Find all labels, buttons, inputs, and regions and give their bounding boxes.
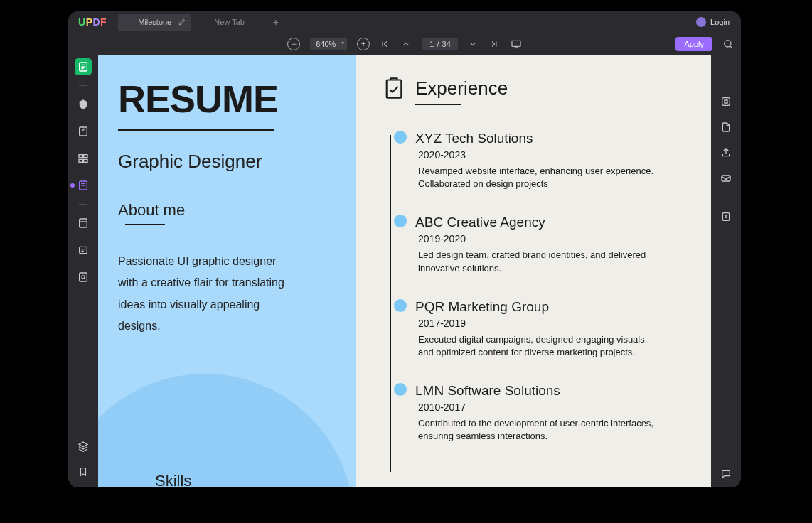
- company-dates: 2010-2017: [418, 401, 690, 413]
- document-page: RESUME Graphic Designer About me Passion…: [98, 55, 711, 487]
- login-area[interactable]: Login: [696, 17, 737, 27]
- experience-underline: [415, 104, 461, 105]
- page-total: 34: [442, 40, 451, 48]
- logo-p: P: [86, 16, 93, 28]
- experience-header: Experience: [384, 77, 690, 99]
- zoom-value: 640%: [316, 40, 336, 48]
- edit-tool-icon[interactable]: [75, 123, 92, 140]
- resume-title: RESUME: [118, 77, 336, 121]
- svg-rect-4: [79, 155, 82, 158]
- svg-rect-6: [79, 159, 82, 162]
- logo-d: D: [92, 16, 100, 28]
- about-text: Passionate UI graphic designer with a cr…: [118, 251, 289, 338]
- tab-milestone[interactable]: Milestone: [118, 14, 191, 31]
- toolbar: − 640% + 1 / 34 Apply: [68, 33, 741, 55]
- company-desc: Led design team, crafted brand identitie…: [418, 249, 660, 274]
- timeline-item: LMN Software Solutions 2010-2017 Contrib…: [398, 383, 690, 443]
- zoom-out-button[interactable]: −: [287, 38, 300, 50]
- company-dates: 2020-2023: [418, 149, 690, 161]
- resume-subtitle: Graphic Designer: [118, 151, 336, 173]
- app-window: U P D F Milestone New Tab + Login − 640%: [68, 11, 741, 487]
- zoom-select[interactable]: 640%: [310, 38, 347, 50]
- tab-new-label: New Tab: [214, 18, 245, 26]
- title-underline: [118, 129, 274, 131]
- svg-rect-16: [722, 213, 729, 221]
- print-icon[interactable]: [720, 210, 732, 223]
- form-tool-icon[interactable]: [75, 242, 92, 259]
- login-label: Login: [710, 18, 730, 26]
- timeline-item: PQR Marketing Group 2017-2019 Executed d…: [398, 299, 690, 359]
- apply-label: Apply: [684, 40, 704, 48]
- document-viewport[interactable]: RESUME Graphic Designer About me Passion…: [98, 55, 711, 487]
- crop-tool-icon[interactable]: [75, 215, 92, 232]
- company-desc: Executed digital campaigns, designed eng…: [418, 333, 660, 359]
- svg-rect-3: [80, 127, 87, 136]
- logo-f: F: [100, 16, 107, 28]
- svg-rect-10: [80, 247, 87, 253]
- resume-left-panel: RESUME Graphic Designer About me Passion…: [98, 55, 356, 487]
- sidebar-divider: [79, 85, 87, 86]
- search-icon[interactable]: [722, 38, 734, 50]
- company-desc: Revamped website interface, enhancing us…: [418, 165, 660, 190]
- experience-timeline: XYZ Tech Solutions 2020-2023 Revamped we…: [384, 131, 690, 443]
- tab-bar: Milestone New Tab +: [118, 14, 696, 31]
- decorative-circle: [98, 374, 354, 487]
- svg-rect-15: [722, 176, 730, 181]
- company-name: XYZ Tech Solutions: [415, 131, 690, 146]
- skills-heading: Skills: [155, 472, 191, 487]
- zoom-in-button[interactable]: +: [357, 38, 370, 50]
- apply-button[interactable]: Apply: [675, 37, 712, 51]
- next-page-button[interactable]: [468, 39, 479, 49]
- svg-rect-7: [84, 159, 87, 162]
- add-tab-button[interactable]: +: [267, 14, 284, 31]
- company-dates: 2019-2020: [418, 233, 690, 244]
- convert-icon[interactable]: [720, 121, 732, 134]
- company-dates: 2017-2019: [418, 318, 690, 329]
- page-indicator[interactable]: 1 / 34: [422, 38, 457, 50]
- svg-point-12: [82, 276, 85, 279]
- email-icon[interactable]: [720, 172, 732, 185]
- svg-rect-13: [387, 80, 402, 98]
- presentation-icon[interactable]: [511, 38, 522, 50]
- left-sidebar: [68, 55, 98, 487]
- first-page-button[interactable]: [380, 39, 391, 49]
- ocr-icon[interactable]: [720, 95, 732, 108]
- avatar-icon: [696, 17, 706, 27]
- body-area: RESUME Graphic Designer About me Passion…: [68, 55, 741, 487]
- timeline-item: XYZ Tech Solutions 2020-2023 Revamped we…: [398, 131, 690, 190]
- page-tool-icon[interactable]: [75, 150, 92, 167]
- page-current: 1: [429, 40, 434, 48]
- svg-rect-0: [512, 41, 520, 46]
- resume-right-panel: Experience XYZ Tech Solutions 2020-2023 …: [356, 55, 711, 487]
- bookmark-icon[interactable]: [75, 463, 92, 480]
- layers-icon[interactable]: [75, 438, 92, 455]
- company-name: LMN Software Solutions: [415, 383, 690, 399]
- reader-tool-icon[interactable]: [75, 58, 92, 75]
- clipboard-icon: [384, 77, 404, 99]
- sidebar-divider: [79, 204, 87, 205]
- tab-label: Milestone: [138, 18, 171, 26]
- page-sep: /: [437, 40, 439, 48]
- comment-tool-icon[interactable]: [75, 96, 92, 113]
- company-desc: Contributed to the development of user-c…: [418, 417, 660, 443]
- svg-rect-9: [80, 219, 87, 227]
- svg-point-1: [725, 41, 731, 47]
- share-icon[interactable]: [720, 146, 732, 159]
- prev-page-button[interactable]: [401, 39, 412, 49]
- protect-tool-icon[interactable]: [75, 269, 92, 286]
- pencil-icon[interactable]: [178, 18, 186, 26]
- tab-new[interactable]: New Tab: [194, 14, 265, 31]
- app-logo: U P D F: [73, 16, 112, 28]
- company-name: PQR Marketing Group: [415, 299, 690, 315]
- company-name: ABC Creative Agency: [415, 215, 690, 230]
- logo-u: U: [78, 16, 86, 28]
- right-sidebar: [711, 55, 741, 487]
- svg-point-17: [725, 216, 727, 218]
- timeline-item: ABC Creative Agency 2019-2020 Led design…: [398, 215, 690, 274]
- svg-rect-11: [80, 273, 87, 281]
- about-heading: About me: [118, 201, 336, 220]
- chat-icon[interactable]: [720, 468, 732, 480]
- last-page-button[interactable]: [489, 39, 501, 49]
- organize-tool-icon[interactable]: [75, 177, 92, 194]
- experience-title: Experience: [415, 77, 508, 99]
